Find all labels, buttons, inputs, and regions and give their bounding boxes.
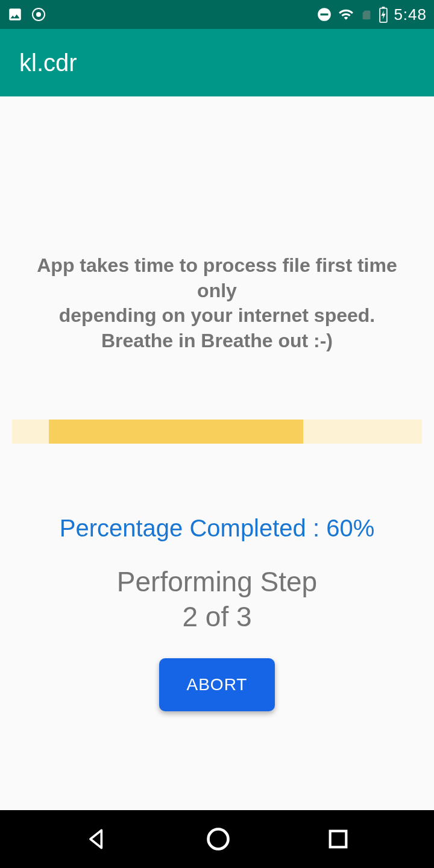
status-bar: 5:48 <box>0 0 434 29</box>
home-icon[interactable] <box>205 826 231 852</box>
info-message: App takes time to process file first tim… <box>12 253 422 353</box>
status-right-icons: 5:48 <box>316 5 427 24</box>
info-line-1: App takes time to process file first tim… <box>37 254 397 301</box>
svg-point-6 <box>208 829 228 849</box>
navigation-bar <box>0 810 434 868</box>
step-line-2: 2 of 3 <box>182 601 251 632</box>
app-bar: kl.cdr <box>0 29 434 96</box>
status-left-icons <box>7 7 46 22</box>
step-progress-label: Performing Step 2 of 3 <box>12 565 422 634</box>
info-line-2: depending on your internet speed. <box>59 304 375 326</box>
percentage-completed-label: Percentage Completed : 60% <box>12 515 422 542</box>
back-icon[interactable] <box>84 826 110 852</box>
battery-charging-icon <box>378 6 389 23</box>
circle-icon <box>31 7 46 22</box>
main-content: App takes time to process file first tim… <box>0 96 434 810</box>
recents-icon[interactable] <box>326 827 350 851</box>
status-time: 5:48 <box>394 5 427 24</box>
image-icon <box>7 7 23 22</box>
progress-bar <box>12 420 422 444</box>
svg-rect-5 <box>382 7 385 8</box>
svg-rect-7 <box>330 831 347 848</box>
dnd-icon <box>316 7 332 22</box>
wifi-icon <box>337 7 355 22</box>
svg-rect-3 <box>321 13 329 15</box>
no-sim-icon <box>360 7 373 22</box>
step-line-1: Performing Step <box>117 566 317 597</box>
app-title: kl.cdr <box>19 49 77 77</box>
abort-button[interactable]: ABORT <box>159 658 275 711</box>
progress-bar-fill <box>49 420 303 444</box>
info-line-3: Breathe in Breathe out :-) <box>101 330 333 351</box>
svg-point-1 <box>36 12 41 17</box>
